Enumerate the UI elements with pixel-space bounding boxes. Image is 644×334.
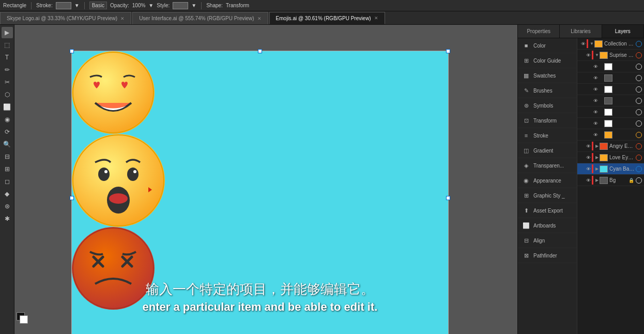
tool-btn-13[interactable]: ◆ bbox=[2, 188, 13, 200]
right-tabs: PropertiesLibrariesLayers bbox=[518, 25, 644, 38]
panel-item-artboards[interactable]: ⬜Artboards bbox=[518, 218, 577, 233]
panel-item-align[interactable]: ⊟Align bbox=[518, 233, 577, 248]
layer-expand-bg[interactable]: ▶ bbox=[594, 178, 600, 183]
right-tab-layers[interactable]: Layers bbox=[602, 25, 644, 38]
layer-item-path3[interactable]: 👁 bbox=[577, 107, 644, 118]
handle-tr[interactable] bbox=[446, 49, 450, 53]
right-tab-libraries[interactable]: Libraries bbox=[560, 25, 602, 38]
layer-item-path2[interactable]: 👁 bbox=[577, 84, 644, 95]
tab-tab2[interactable]: User Interface.ai @ 555.74% (RGB/GPU Pre… bbox=[132, 12, 268, 24]
layer-circle-angry[interactable] bbox=[636, 143, 642, 149]
tool-btn-12[interactable]: ◻ bbox=[2, 176, 13, 187]
layer-item-angry[interactable]: 👁▶Angry Emoji bbox=[577, 141, 644, 152]
layer-item-loveeyes[interactable]: 👁▶Love Eyes Emoji bbox=[577, 152, 644, 163]
tool-btn-7[interactable]: ◉ bbox=[2, 114, 13, 125]
panel-item-stroke[interactable]: ≡Stroke bbox=[518, 128, 577, 143]
layer-expand-angry[interactable]: ▶ bbox=[594, 144, 600, 148]
tool-btn-15[interactable]: ✱ bbox=[2, 213, 13, 224]
layer-eye-collection[interactable]: 👁 bbox=[579, 40, 587, 48]
layer-circle-ellipse[interactable] bbox=[636, 132, 642, 138]
layer-item-collection[interactable]: 👁▼Collection of Emojis bbox=[577, 38, 644, 50]
layer-eye-path3[interactable]: 👁 bbox=[592, 109, 599, 116]
layer-eye-loveeyes[interactable]: 👁 bbox=[585, 154, 592, 161]
layer-eye-surprise[interactable]: 👁 bbox=[585, 52, 592, 59]
layer-circle-cyan-bg[interactable] bbox=[636, 166, 642, 172]
layer-expand-cyan-bg[interactable]: ▶ bbox=[594, 166, 600, 171]
layer-eye-ellipse[interactable]: 👁 bbox=[592, 131, 599, 139]
layer-circle-loveeyes[interactable] bbox=[636, 155, 642, 161]
layer-item-ellipse[interactable]: 👁 bbox=[577, 129, 644, 141]
panel-item-swatches[interactable]: ▦Swatches bbox=[518, 68, 577, 83]
panel-item-transparency[interactable]: ◈Transparen... bbox=[518, 158, 577, 173]
layer-item-group1[interactable]: 👁 bbox=[577, 72, 644, 84]
layer-eye-cyan-bg[interactable]: 👁 bbox=[585, 165, 592, 173]
layer-eye-path4[interactable]: 👁 bbox=[592, 120, 599, 127]
panel-item-graphic-styles[interactable]: ⊞Graphic Sty _ bbox=[518, 188, 577, 203]
layer-circle-path2[interactable] bbox=[636, 86, 642, 93]
tool-btn-14[interactable]: ⊛ bbox=[2, 201, 13, 212]
right-tab-properties[interactable]: Properties bbox=[518, 25, 560, 38]
tool-btn-3[interactable]: ✏ bbox=[2, 64, 13, 75]
layer-item-group2[interactable]: 👁 bbox=[577, 95, 644, 107]
tool-btn-6[interactable]: ⬜ bbox=[2, 101, 13, 113]
tool-btn-9[interactable]: 🔍 bbox=[2, 139, 13, 150]
panel-item-transform[interactable]: ⊡Transform bbox=[518, 113, 577, 128]
tool-btn-11[interactable]: ⊞ bbox=[2, 163, 13, 175]
tool-btn-2[interactable]: T bbox=[2, 52, 13, 63]
handle-ml[interactable] bbox=[70, 196, 74, 200]
layer-circle-path3[interactable] bbox=[636, 109, 642, 115]
layer-eye-angry[interactable]: 👁 bbox=[585, 143, 592, 150]
layer-circle-group1[interactable] bbox=[636, 75, 642, 81]
tool-btn-0[interactable]: ▶ bbox=[2, 27, 13, 38]
panel-item-color[interactable]: ■Color bbox=[518, 38, 577, 53]
layer-circle-collection[interactable] bbox=[636, 41, 642, 47]
handle-mr[interactable] bbox=[446, 196, 450, 200]
layer-circle-path4[interactable] bbox=[636, 120, 642, 127]
tool-btn-1[interactable]: ⬚ bbox=[2, 39, 13, 51]
background-swatch[interactable] bbox=[20, 315, 28, 324]
tool-btn-4[interactable]: ✂ bbox=[2, 77, 13, 88]
handle-tm[interactable] bbox=[258, 49, 262, 53]
layer-expand-collection[interactable]: ▼ bbox=[589, 41, 594, 46]
panel-item-color-guide[interactable]: ⊞Color Guide bbox=[518, 53, 577, 68]
layer-circle-bg[interactable] bbox=[636, 177, 642, 184]
canvas-area[interactable]: 输入一个特定的项目，并能够编辑它。 enter a particular ite… bbox=[14, 25, 517, 334]
panel-item-appearance[interactable]: ◉Appearance bbox=[518, 173, 577, 188]
panel-item-gradient[interactable]: ◫Gradient bbox=[518, 143, 577, 158]
layer-item-bg[interactable]: 👁▶Bg🔒 bbox=[577, 175, 644, 186]
layer-eye-path1[interactable]: 👁 bbox=[592, 63, 599, 70]
layer-eye-group1[interactable]: 👁 bbox=[592, 74, 599, 82]
tool-btn-5[interactable]: ⬡ bbox=[2, 89, 13, 100]
tool-btn-8[interactable]: ⟳ bbox=[2, 126, 13, 138]
layer-eye-path2[interactable]: 👁 bbox=[592, 86, 599, 93]
panel-item-brushes[interactable]: ✎Brushes bbox=[518, 83, 577, 98]
basic-preset[interactable]: Basic bbox=[89, 2, 107, 9]
panel-icon-transform: ⊡ bbox=[522, 116, 530, 125]
fg-bg-swatches[interactable] bbox=[17, 312, 28, 324]
tab-tab3[interactable]: Emojis.ai @ 30.61% (RGB/GPU Preview)✕ bbox=[269, 12, 385, 24]
stroke-swatch[interactable] bbox=[56, 2, 71, 9]
tab-close[interactable]: ✕ bbox=[257, 16, 262, 21]
layer-eye-group2[interactable]: 👁 bbox=[592, 97, 599, 104]
layer-circle-surprise[interactable] bbox=[636, 52, 642, 58]
layer-expand-surprise[interactable]: ▼ bbox=[594, 53, 600, 57]
layer-item-path4[interactable]: 👁 bbox=[577, 118, 644, 129]
panel-item-symbols[interactable]: ⊛Symbols bbox=[518, 98, 577, 113]
layer-circle-path1[interactable] bbox=[636, 64, 642, 70]
handle-tl[interactable] bbox=[70, 49, 74, 53]
tab-close[interactable]: ✕ bbox=[120, 16, 125, 21]
tool-btn-10[interactable]: ⊟ bbox=[2, 151, 13, 162]
tab-close[interactable]: ✕ bbox=[374, 16, 378, 21]
layer-lock-bg[interactable]: 🔒 bbox=[627, 177, 635, 184]
layer-item-path1[interactable]: 👁 bbox=[577, 61, 644, 72]
layer-item-surprise[interactable]: 👁▼Suprise Emoji bbox=[577, 50, 644, 61]
layer-circle-group2[interactable] bbox=[636, 98, 642, 104]
layer-eye-bg[interactable]: 👁 bbox=[585, 177, 592, 184]
style-swatch[interactable] bbox=[173, 2, 188, 9]
layer-item-cyan-bg[interactable]: 👁▶Cyan Background bbox=[577, 163, 644, 175]
layer-expand-loveeyes[interactable]: ▶ bbox=[594, 155, 600, 160]
panel-icons: ■Color⊞Color Guide▦Swatches✎Brushes⊛Symb… bbox=[518, 38, 577, 334]
tab-tab1[interactable]: Skype Logo.ai @ 33.33% (CMYK/GPU Preview… bbox=[0, 12, 131, 24]
panel-item-asset-export[interactable]: ⬆Asset Export bbox=[518, 203, 577, 218]
panel-item-pathfinder[interactable]: ⊠Pathfinder bbox=[518, 248, 577, 263]
